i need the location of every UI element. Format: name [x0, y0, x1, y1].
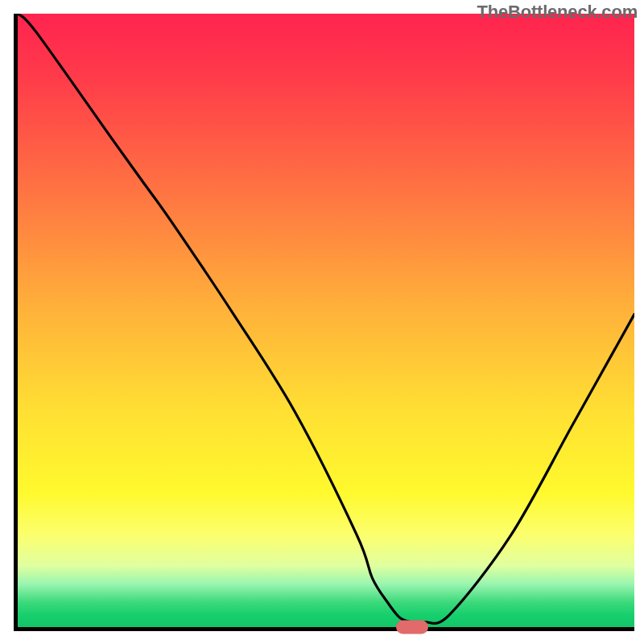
chart-container: TheBottleneck.com [0, 0, 644, 644]
brand-watermark: TheBottleneck.com [477, 2, 638, 23]
bottleneck-curve [18, 14, 634, 624]
plot-area [14, 14, 634, 631]
optimal-marker [396, 621, 428, 634]
curve-svg [18, 14, 634, 627]
